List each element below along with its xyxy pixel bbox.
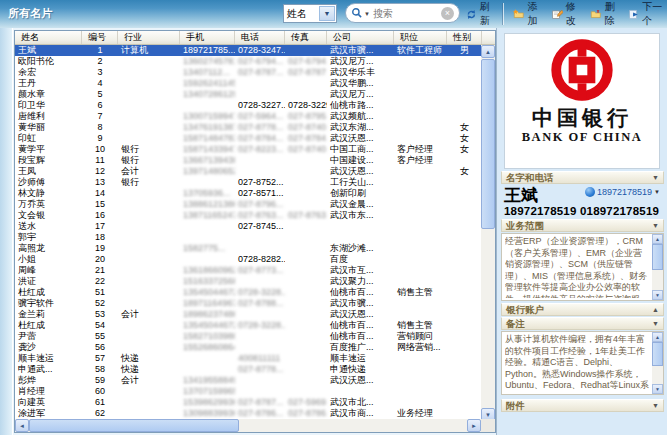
search-options-icon[interactable]: ▼ — [364, 11, 370, 17]
business-scrollbar[interactable]: ▲ ▼ — [652, 234, 663, 300]
scroll-down-icon[interactable]: ▼ — [652, 384, 663, 394]
column-header[interactable]: 电话 — [235, 31, 285, 44]
table-row[interactable]: 骥宇软件5218971164967027-8788...武汉市骥... — [15, 298, 495, 309]
table-row[interactable]: 万乔英1513886121386027-8796...武汉金晨... — [15, 199, 495, 210]
table-cell: 13707159965 — [180, 386, 235, 397]
table-cell: 027-8763... — [235, 210, 285, 221]
table-row[interactable]: 文会银1613871165247027-8763...027-8763...武汉… — [15, 210, 495, 221]
scroll-up-icon[interactable]: ▲ — [481, 45, 495, 58]
column-header[interactable]: 传真 — [285, 31, 327, 44]
vertical-scroll-thumb[interactable] — [481, 59, 495, 229]
delete-button[interactable]: 删除 — [587, 0, 622, 30]
table-row[interactable]: 颜水章513407286129武汉尼万... — [15, 89, 495, 100]
collapse-arrow-icon[interactable]: ▲ — [652, 304, 659, 316]
table-cell: 9 — [82, 133, 118, 144]
table-cell — [447, 375, 482, 386]
table-cell — [394, 89, 447, 100]
table-row[interactable]: 金兰莉53会计18986237486武汉沃恩... — [15, 309, 495, 320]
search-field-selector[interactable]: 姓名 ▼ — [283, 4, 337, 23]
horizontal-scrollbar[interactable]: ◄ ► — [15, 419, 481, 432]
table-cell — [235, 78, 285, 89]
table-row[interactable]: 申通武...58快递027-8778...申通快递 — [15, 364, 495, 375]
clear-search-icon[interactable]: × — [441, 7, 454, 20]
table-row[interactable]: 送水17027-8745... — [15, 221, 495, 232]
refresh-button[interactable]: 刷新 — [463, 0, 497, 30]
table-row[interactable]: 王凤12会计13971480652武汉沃恩...女 — [15, 166, 495, 177]
table-row[interactable]: 黄华丽813476191387027-8778...027-8740...武汉东… — [15, 122, 495, 133]
table-row[interactable]: 王丹415926241145武汉华鹏... — [15, 78, 495, 89]
column-header[interactable]: 性别 — [447, 31, 482, 44]
column-header[interactable]: 公司 — [327, 31, 394, 44]
table-cell: 4 — [82, 78, 118, 89]
section-header-business[interactable]: 业务范围 ▼ — [501, 219, 664, 232]
scroll-thumb[interactable] — [652, 244, 663, 270]
table-row[interactable]: 小姐200728-8282...百度 — [15, 254, 495, 265]
next-button[interactable]: 下一个 — [626, 0, 667, 30]
chevron-down-icon[interactable]: ▼ — [319, 6, 335, 21]
table-cell — [285, 243, 327, 254]
scroll-right-icon[interactable]: ► — [467, 419, 481, 432]
table-row[interactable]: 唐维利713007159947027-5964...027-8795...武汉频… — [15, 111, 495, 122]
table-row[interactable]: 杜红成54135450446720728-3228...仙桃市百...销售主管 — [15, 320, 495, 331]
edit-button[interactable]: 修改 — [549, 0, 583, 30]
table-cell: 销售主管 — [394, 320, 447, 331]
table-cell: 13419558849 — [180, 375, 235, 386]
table-row[interactable]: 林文静1413705936...027-8571...创新印刷 — [15, 188, 495, 199]
contact-name-row: 王斌 18972178519 ▼ — [504, 184, 660, 206]
table-row[interactable]: 印虹915871484783027-8784...027-8784...武汉沃恩… — [15, 133, 495, 144]
collapse-arrow-icon[interactable]: ▼ — [652, 220, 659, 232]
table-row[interactable]: 尹蕾5515827103980仙桃市百...营销顾问 — [15, 331, 495, 342]
table-row[interactable]: 周峰2113618660962027-8773...武汉市互... — [15, 265, 495, 276]
collapse-arrow-icon[interactable]: ▼ — [652, 400, 659, 412]
column-header[interactable]: 姓名 — [15, 31, 82, 44]
table-row[interactable]: 欧阳书伦213602745781027-6794...027-6794...武汉… — [15, 56, 495, 67]
table-row[interactable]: 肖经理6013707159965 — [15, 386, 495, 397]
scroll-left-icon[interactable]: ◄ — [15, 419, 29, 432]
collapse-arrow-icon[interactable]: ▼ — [652, 318, 659, 330]
table-row[interactable]: 龚沙5615526860864百度推广...网络营销... — [15, 342, 495, 353]
collapse-arrow-icon[interactable]: ▼ — [652, 172, 659, 184]
table-row[interactable]: 洪证2215163372568武汉聚力... — [15, 276, 495, 287]
table-row[interactable]: 郭宇18 — [15, 232, 495, 243]
column-header[interactable]: 手机 — [180, 31, 235, 44]
section-header-bank-account[interactable]: 银行账户 ▲ — [501, 303, 664, 316]
search-box[interactable]: ▼ × — [345, 3, 460, 23]
table-cell — [180, 364, 235, 375]
table-row[interactable]: 印卫华60728-3227...0728-3229...仙桃市路... — [15, 100, 495, 111]
table-row[interactable]: 杜红成51135450446720728-3228...仙桃市百...销售主管 — [15, 287, 495, 298]
table-row[interactable]: 王斌1计算机189721785...0728-3247...武汉市骥...软件工… — [15, 45, 495, 56]
column-header[interactable]: 职位 — [394, 31, 447, 44]
table-row[interactable]: 余宏313407112...027-8787...027-8787...武汉华乐… — [15, 67, 495, 78]
vertical-scrollbar[interactable]: ▲ ▼ — [481, 45, 495, 421]
table-cell — [118, 221, 180, 232]
notes-scrollbar[interactable]: ▲ ▼ — [652, 332, 663, 394]
column-header[interactable]: 编号 — [82, 31, 118, 44]
column-header[interactable]: 行业 — [118, 31, 180, 44]
table-row[interactable]: 沙师傅13银行027-8752...工行关山... — [15, 177, 495, 188]
table-cell: 027-8778... — [235, 122, 285, 133]
section-header-attachments[interactable]: 附件 ▼ — [501, 399, 664, 412]
table-cell — [285, 265, 327, 276]
scroll-down-icon[interactable]: ▼ — [652, 290, 663, 300]
phone-link[interactable]: 18972178519 ▼ — [585, 187, 660, 197]
collapsed-sidebar-splitter[interactable] — [0, 28, 13, 435]
section-header-notes[interactable]: 备注 ▼ — [501, 317, 664, 330]
table-row[interactable]: 黄学平10银行15871433947027-8223...027-8740...… — [15, 144, 495, 155]
search-input[interactable] — [373, 8, 441, 19]
table-cell: 营销顾问 — [394, 331, 447, 342]
section-header-name-phone[interactable]: 名字和电话 ▼ — [501, 171, 664, 184]
table-row[interactable]: 向建英6115398629936027-8787...027-5969...武汉… — [15, 397, 495, 408]
table-row[interactable]: 涂进军6213098839936027-8786...027-8786...武汉… — [15, 408, 495, 419]
call-status-icon — [585, 187, 595, 197]
table-row[interactable]: 段宝辉11银行13667139438中国建设...客户经理 — [15, 155, 495, 166]
add-button[interactable]: 添加 — [510, 0, 545, 30]
table-cell: 13 — [82, 177, 118, 188]
phone-dropdown-icon[interactable]: ▼ — [654, 189, 660, 195]
table-row[interactable]: 顺丰速运57快递400811111顺丰速运 — [15, 353, 495, 364]
horizontal-scroll-thumb[interactable] — [29, 419, 239, 432]
scroll-up-icon[interactable]: ▲ — [652, 234, 663, 244]
table-row[interactable]: 高照龙191582775...东湖沙滩... — [15, 243, 495, 254]
table-row[interactable]: 彭烨59会计13419558849武汉沃恩... — [15, 375, 495, 386]
scroll-thumb[interactable] — [652, 342, 663, 366]
scroll-up-icon[interactable]: ▲ — [652, 332, 663, 342]
